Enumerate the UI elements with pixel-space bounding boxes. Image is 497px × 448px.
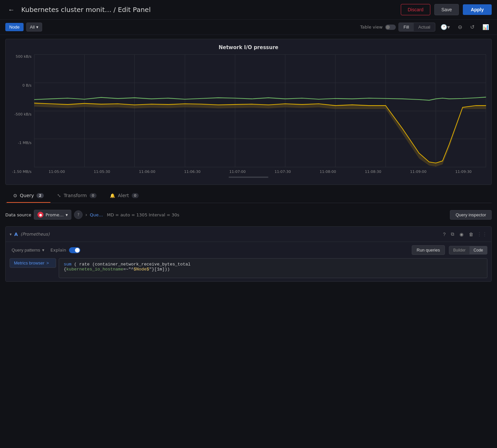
- x-label: 11:09:30: [441, 170, 486, 174]
- refresh-button[interactable]: ↺: [467, 22, 477, 32]
- alert-tab-label: Alert: [118, 193, 129, 198]
- query-code-line-1: sum ( rate (container_network_receive_by…: [64, 262, 482, 267]
- code-variable: $Node$: [134, 267, 149, 272]
- query-code-area[interactable]: sum ( rate (container_network_receive_by…: [59, 258, 487, 278]
- y-label-4: -1 MB/s: [11, 141, 32, 145]
- back-icon: ←: [8, 6, 15, 14]
- query-visibility-button[interactable]: ◉: [458, 230, 465, 238]
- query-ds-name: (Prometheus): [21, 232, 50, 237]
- datasource-name: Prome…: [45, 212, 63, 217]
- query-link[interactable]: Que…: [90, 212, 103, 217]
- alert-tab-badge: 0: [132, 193, 139, 198]
- x-label: 11:06:30: [170, 170, 215, 174]
- query-letter: A: [14, 232, 18, 237]
- node-button[interactable]: Node: [5, 23, 24, 31]
- code-button[interactable]: Code: [469, 246, 487, 254]
- query-patterns-label: Query patterns: [12, 248, 40, 253]
- table-view-label: Table view: [360, 25, 383, 30]
- code-close: "}[1m])): [149, 267, 170, 272]
- tab-alert[interactable]: 🔔 Alert 0: [103, 189, 145, 203]
- datasource-chevron-icon: ▾: [66, 212, 68, 217]
- actual-button[interactable]: Actual: [414, 23, 435, 31]
- chart-container: Network I/O pressure 500 kB/s 0 B/s -500…: [5, 39, 492, 185]
- code-op: =~"^: [123, 267, 133, 272]
- query-copy-button[interactable]: ⧉: [449, 230, 456, 238]
- help-icon: ?: [77, 212, 79, 217]
- toolbar: Node All ▾ Table view Fill Actual 🕐 ▾ ⊖ …: [0, 20, 497, 35]
- query-panel: Data source ● Prome… ▾ ? › Que… MD = aut…: [5, 207, 492, 282]
- bottom-panel: ⊙ Query 2 ⤡ Transform 0 🔔 Alert 0 Data s…: [5, 189, 492, 282]
- datasource-label: Data source: [5, 212, 31, 217]
- explain-label: Explain: [50, 248, 66, 253]
- eye-icon: ◉: [460, 232, 463, 237]
- chart-inner: 11:05:00 11:05:30 11:06:00 11:06:30 11:0…: [34, 54, 486, 174]
- x-label: 11:06:00: [124, 170, 170, 174]
- metrics-browser-section: Metrics browser > sum ( rate (container_…: [10, 258, 487, 278]
- metrics-browser-label: Metrics browser: [14, 261, 44, 265]
- datasource-select[interactable]: ● Prome… ▾: [34, 210, 71, 220]
- drag-handle-icon[interactable]: ⋮⋮: [477, 231, 487, 237]
- chart-type-icon: 📊: [482, 24, 489, 30]
- query-item-collapse-button[interactable]: ▾: [10, 232, 12, 237]
- metrics-browser-button[interactable]: Metrics browser >: [10, 258, 56, 268]
- chart-area: 500 kB/s 0 B/s -500 kB/s -1 MB/s -1.50 M…: [11, 54, 486, 174]
- all-dropdown[interactable]: All ▾: [26, 23, 42, 32]
- copy-icon: ⧉: [451, 231, 454, 237]
- code-func: rate: [79, 262, 90, 267]
- scroll-indicator: [229, 177, 268, 178]
- code-keyword: sum: [64, 262, 71, 267]
- x-label: 11:07:30: [260, 170, 305, 174]
- discard-button[interactable]: Discard: [401, 4, 430, 15]
- time-chevron-icon: ▾: [447, 24, 450, 30]
- query-body: Query patterns ▾ Explain Run queries Bui…: [6, 242, 491, 281]
- y-label-3: -500 kB/s: [11, 112, 32, 116]
- query-code-line-2: {kubernetes_io_hostname=~"^$Node$"}[1m])…: [64, 267, 482, 272]
- zoom-out-icon: ⊖: [458, 24, 462, 30]
- query-meta: MD = auto = 1305 Interval = 30s: [107, 212, 179, 217]
- tabs-row: ⊙ Query 2 ⤡ Transform 0 🔔 Alert 0: [5, 189, 492, 203]
- clock-icon: 🕐: [441, 24, 447, 30]
- query-inspector-button[interactable]: Query inspector: [450, 210, 492, 220]
- zoom-out-button[interactable]: ⊖: [455, 22, 465, 32]
- back-button[interactable]: ←: [5, 5, 17, 15]
- transform-tab-label: Transform: [64, 193, 87, 198]
- delete-icon: 🗑: [469, 232, 473, 237]
- code-label-key: kubernetes_io_hostname: [66, 267, 123, 272]
- datasource-help-button[interactable]: ?: [74, 210, 83, 219]
- y-label-5: -1.50 MB/s: [11, 170, 32, 174]
- transform-tab-badge: 0: [90, 193, 97, 198]
- apply-button[interactable]: Apply: [463, 4, 492, 15]
- fill-button[interactable]: Fill: [399, 23, 414, 31]
- query-controls-row: Query patterns ▾ Explain Run queries Bui…: [10, 245, 487, 255]
- x-label: 11:08:00: [305, 170, 350, 174]
- transform-tab-icon: ⤡: [57, 193, 61, 198]
- svg-rect-0: [34, 54, 486, 167]
- builder-button[interactable]: Builder: [449, 246, 469, 254]
- y-label-1: 500 kB/s: [11, 54, 32, 59]
- time-picker-button[interactable]: 🕐 ▾: [438, 22, 453, 32]
- query-item-actions: ? ⧉ ◉ 🗑 ⋮⋮: [441, 230, 487, 238]
- save-button[interactable]: Save: [434, 4, 459, 15]
- explain-row: Explain: [50, 247, 80, 253]
- run-queries-button[interactable]: Run queries: [412, 245, 445, 255]
- table-view-switch[interactable]: [385, 25, 396, 30]
- query-help-icon: ?: [443, 232, 446, 237]
- expand-icon[interactable]: ›: [85, 212, 87, 217]
- query-patterns-chevron-icon: ▾: [42, 248, 44, 253]
- code-brace-open: {: [64, 267, 66, 272]
- query-patterns-button[interactable]: Query patterns ▾: [10, 246, 46, 254]
- tab-transform[interactable]: ⤡ Transform 0: [50, 189, 103, 203]
- x-label: 11:05:30: [79, 170, 124, 174]
- query-item-header: ▾ A (Prometheus) ? ⧉ ◉ 🗑: [6, 227, 491, 242]
- y-axis: 500 kB/s 0 B/s -500 kB/s -1 MB/s -1.50 M…: [11, 54, 34, 174]
- tab-query[interactable]: ⊙ Query 2: [7, 189, 50, 203]
- metrics-browser-chevron-icon: >: [46, 261, 49, 265]
- prometheus-icon: ●: [37, 212, 43, 218]
- x-axis: 11:05:00 11:05:30 11:06:00 11:06:30 11:0…: [34, 167, 486, 174]
- explain-toggle[interactable]: [69, 247, 80, 253]
- query-delete-button[interactable]: 🗑: [467, 230, 475, 238]
- code-open: (container_network_receive_bytes_total: [92, 262, 190, 267]
- chart-type-button[interactable]: 📊: [480, 22, 492, 32]
- query-tab-badge: 2: [36, 193, 44, 198]
- query-help-button[interactable]: ?: [441, 230, 448, 238]
